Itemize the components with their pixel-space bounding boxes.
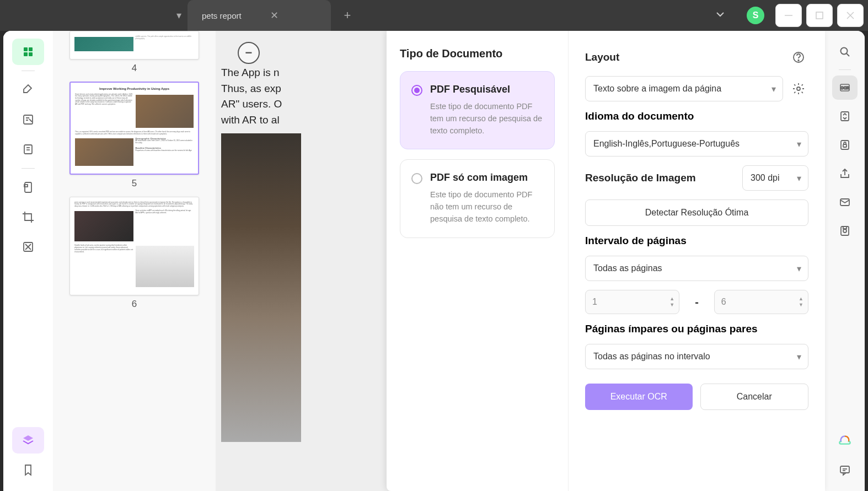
new-tab-button[interactable]: +: [331, 0, 364, 31]
layout-select[interactable]: Texto sobre a imagem da página: [585, 76, 783, 101]
document-view[interactable]: − The App is n Thus, as exp AR" users. O…: [216, 31, 825, 491]
bookmarks-tool[interactable]: [12, 457, 44, 483]
close-window-button[interactable]: [837, 4, 864, 27]
svg-rect-29: [840, 466, 849, 473]
svg-rect-8: [24, 115, 33, 124]
radio-icon: [411, 85, 422, 96]
layers-tool[interactable]: [12, 427, 44, 454]
minimize-button[interactable]: [775, 4, 802, 27]
highlight-tool[interactable]: [12, 77, 44, 103]
svg-rect-4: [24, 47, 28, 51]
share-icon[interactable]: [832, 161, 858, 186]
email-icon[interactable]: [832, 190, 858, 214]
separator: [22, 168, 35, 169]
language-label: Idioma do documento: [585, 110, 808, 122]
redact-tool[interactable]: [12, 234, 44, 260]
range-from-input[interactable]: ▲▼: [585, 290, 679, 314]
oddeven-select[interactable]: Todas as páginas no intervalo: [585, 344, 808, 369]
svg-rect-5: [29, 47, 33, 51]
thumbnails-panel: wildlife species. The path offers ample …: [53, 31, 216, 491]
ai-assistant-icon[interactable]: [832, 429, 858, 454]
thumb-label: 6: [69, 295, 199, 313]
svg-rect-9: [24, 145, 32, 154]
option-searchable-pdf[interactable]: PDF Pesquisável Este tipo de documento P…: [400, 71, 555, 149]
oddeven-label: Páginas ímpares ou páginas pares: [585, 323, 808, 335]
tab-close-button[interactable]: ✕: [268, 7, 281, 24]
ocr-icon[interactable]: OCR: [832, 75, 858, 100]
svg-point-16: [798, 60, 799, 61]
range-dash: -: [686, 296, 708, 309]
ocr-panel: Tipo de Documento PDF Pesquisável Este t…: [387, 31, 825, 491]
radio-icon: [411, 173, 422, 184]
run-ocr-button[interactable]: Executar OCR: [585, 384, 693, 410]
tab-plus-left[interactable]: ▾: [170, 0, 187, 31]
detect-resolution-button[interactable]: Detectar Resolução Ótima: [585, 199, 808, 226]
step-down[interactable]: ▼: [799, 303, 803, 307]
thumb-label: 5: [69, 175, 199, 192]
svg-point-27: [843, 229, 846, 233]
range-to-input[interactable]: ▲▼: [714, 290, 808, 314]
svg-line-19: [846, 53, 849, 56]
tab-title: pets report: [202, 11, 242, 20]
document-text: The App is n Thus, as exp AR" users. O w…: [221, 65, 282, 128]
option-desc: Este tipo de documento PDF não tem um re…: [430, 189, 543, 225]
option-title: PDF só com imagem: [430, 172, 543, 184]
thumbnail-6[interactable]: were common in and recommended experienc…: [69, 197, 199, 314]
document-image: [221, 133, 301, 442]
tabs-dropdown[interactable]: [705, 3, 736, 28]
language-select[interactable]: English-Inglês,Portuguese-Português: [585, 131, 808, 157]
thumb-label: 4: [69, 60, 199, 77]
settings-icon[interactable]: [789, 79, 808, 99]
crop-tool[interactable]: [12, 204, 44, 230]
svg-rect-24: [843, 144, 846, 147]
save-icon[interactable]: [832, 219, 858, 243]
thumbnail-5[interactable]: Improve Working Productivity in Using Ap…: [69, 82, 199, 192]
maximize-button[interactable]: [806, 4, 833, 27]
svg-rect-7: [29, 52, 33, 56]
thumbnails-tool[interactable]: [12, 39, 44, 65]
form-tool[interactable]: [12, 174, 44, 201]
edit-tool[interactable]: [12, 106, 44, 133]
option-desc: Este tipo de documento PDF tem um recurs…: [430, 101, 543, 137]
svg-rect-26: [841, 226, 849, 235]
comments-icon[interactable]: [832, 458, 858, 482]
resolution-select[interactable]: 300 dpi: [742, 165, 808, 191]
user-avatar[interactable]: S: [747, 7, 764, 24]
step-down[interactable]: ▼: [669, 303, 674, 307]
left-toolbar: [3, 31, 53, 491]
page-range-select[interactable]: Todas as páginas: [585, 256, 808, 281]
right-toolbar: OCR: [825, 31, 865, 491]
protect-icon[interactable]: [832, 133, 858, 157]
svg-point-18: [841, 48, 848, 55]
svg-point-17: [797, 87, 800, 90]
document-tab[interactable]: pets report ✕: [187, 0, 331, 31]
layout-label: Layout: [585, 51, 783, 63]
svg-rect-12: [25, 182, 31, 192]
pages-tool[interactable]: [12, 136, 44, 163]
cancel-button[interactable]: Cancelar: [700, 384, 809, 410]
step-up[interactable]: ▲: [669, 296, 674, 301]
page-range-label: Intervalo de páginas: [585, 235, 808, 247]
help-icon[interactable]: [789, 47, 808, 67]
search-icon[interactable]: [832, 40, 858, 64]
thumbnail-4[interactable]: wildlife species. The path offers ample …: [69, 31, 199, 77]
separator: [22, 71, 35, 71]
option-image-only-pdf[interactable]: PDF só com imagem Este tipo de documento…: [400, 159, 555, 238]
svg-text:OCR: OCR: [840, 86, 849, 90]
svg-rect-1: [816, 12, 823, 19]
svg-rect-6: [24, 52, 28, 56]
convert-icon[interactable]: [832, 104, 858, 128]
collapse-button[interactable]: −: [238, 42, 260, 64]
separator: [839, 69, 851, 70]
svg-rect-28: [843, 226, 846, 229]
step-up[interactable]: ▲: [799, 296, 803, 301]
resolution-label: Resolução de Imagem: [585, 172, 737, 184]
doctype-title: Tipo de Documento: [400, 47, 555, 60]
option-title: PDF Pesquisável: [430, 84, 543, 95]
